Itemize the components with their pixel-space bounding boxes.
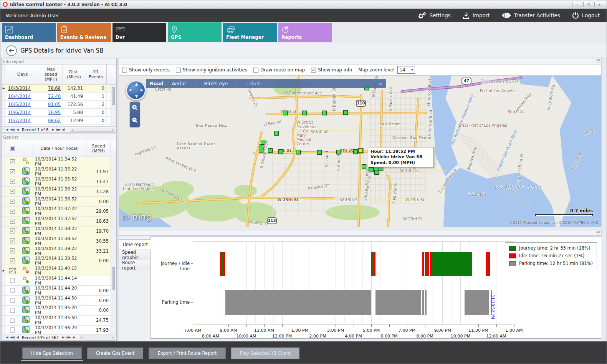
pager-prev-icon[interactable]: ◀: [17, 336, 18, 339]
map-maximize-icon[interactable]: [597, 60, 600, 63]
back-button[interactable]: [6, 45, 17, 58]
tab-fleet[interactable]: Fleet Manager: [223, 23, 277, 42]
gps-marker[interactable]: [343, 110, 348, 115]
pager-prev-icon[interactable]: ◀◀: [10, 336, 14, 339]
max-speed-link[interactable]: 81.05: [48, 102, 61, 107]
column-header-date[interactable]: Date / hour (local): [33, 140, 86, 157]
map-mode-aerial[interactable]: Aerial: [172, 81, 186, 86]
pager-hscrollbar[interactable]: ◀▶: [80, 336, 115, 339]
checkbox[interactable]: ✓: [311, 68, 316, 73]
chart-tab-time-report[interactable]: Time report: [119, 239, 151, 250]
map-option-show-only-ignition-activities[interactable]: Show only ignition activities: [176, 67, 247, 73]
table-row[interactable]: 10/7/201468.6212.990: [2, 117, 116, 125]
map-mode-bird-s-eye[interactable]: Bird's eye: [204, 81, 228, 86]
checkbox[interactable]: [176, 68, 181, 73]
gps-row[interactable]: ✓10/3/2014 11:37:22 PM29.05: [2, 207, 116, 217]
hide-gps-selection-button[interactable]: Hide Gps Selection: [22, 347, 82, 359]
gps-marker[interactable]: [268, 148, 273, 153]
gps-marker[interactable]: [259, 148, 263, 152]
pager-next-icon[interactable]: ▶: [62, 336, 64, 339]
import-button[interactable]: Import: [462, 12, 490, 19]
day-link[interactable]: 10/3/2014: [8, 86, 31, 91]
info-report-scrollbar[interactable]: [111, 84, 116, 126]
gps-row[interactable]: ✓10/3/2014 11:38:22 PM19.70: [2, 227, 116, 237]
row-checkbox[interactable]: [10, 278, 15, 283]
gps-marker[interactable]: [317, 150, 322, 155]
row-checkbox[interactable]: ✓: [10, 179, 15, 184]
map-collapse-icon[interactable]: «: [379, 81, 382, 86]
gps-row[interactable]: 10/3/2014 11:44:20 PM0.00: [2, 286, 116, 296]
gps-row[interactable]: 10/3/2014 11:46:20 PM17.93: [2, 326, 116, 334]
gps-marker[interactable]: [336, 150, 341, 154]
column-header-1[interactable]: Days: [6, 65, 39, 84]
max-speed-link[interactable]: 72.40: [48, 94, 61, 99]
column-header-3[interactable]: Dist. (Miles): [63, 65, 85, 84]
pager-prev-icon[interactable]: ◀◀: [10, 128, 14, 131]
row-checkbox[interactable]: [10, 328, 15, 333]
map-compass-control[interactable]: ▲ ▼ ◀ ▶: [126, 80, 146, 100]
row-checkbox[interactable]: ✓: [10, 169, 15, 174]
gps-row[interactable]: ✓10/3/2014 11:38:52 PM30.55: [2, 236, 116, 246]
maximize-button[interactable]: □: [583, 2, 593, 7]
gps-row[interactable]: ✓10/3/2014 11:37:52 PM18.63: [2, 217, 116, 227]
tab-dvr[interactable]: Dvr: [112, 23, 166, 42]
pager-next-icon[interactable]: ▶▶: [66, 336, 70, 339]
column-header-2[interactable]: Max speed (MPH): [39, 65, 63, 84]
gps-row[interactable]: 10/3/2014 11:44:50 PM0.00: [2, 296, 116, 306]
chart-maximize-icon[interactable]: [597, 232, 600, 235]
gps-marker[interactable]: [283, 111, 288, 115]
column-header-4[interactable]: X1 Events: [85, 65, 107, 84]
map-mode-labels[interactable]: Labels: [246, 81, 261, 86]
max-speed-link[interactable]: 76.95: [48, 110, 61, 115]
gps-row[interactable]: 10/3/2014 11:44:14 PM: [2, 276, 116, 286]
chart-tab-speed-graphic[interactable]: Speed graphic: [119, 250, 150, 260]
row-checkbox[interactable]: ✓: [10, 268, 15, 273]
map-option-draw-route-on-map[interactable]: Draw route on map: [253, 67, 305, 73]
gps-row[interactable]: 10/3/2014 11:45:50 PM24.75: [2, 316, 116, 326]
gps-row[interactable]: ✓10/3/2014 11:36:52 PM0.00: [2, 197, 116, 207]
pager-prev-icon[interactable]: ▏◀: [4, 128, 8, 131]
gps-row[interactable]: ✓10/3/2014 11:39:22 PM33.21: [2, 246, 116, 256]
gps-row[interactable]: ▶✓10/3/2014 11:40:15 PM: [2, 266, 116, 276]
gps-marker[interactable]: [296, 150, 301, 154]
row-checkbox[interactable]: ✓: [10, 159, 15, 164]
table-row[interactable]: 10/6/201476.955.880: [2, 109, 116, 117]
time-cursor[interactable]: [490, 242, 490, 325]
map-mode-road[interactable]: Road: [150, 81, 164, 86]
close-button[interactable]: ×: [594, 2, 604, 7]
tab-dashboard[interactable]: Dashboard: [2, 23, 56, 42]
column-header-speed[interactable]: Speed (MPH): [86, 140, 111, 157]
pager-hscrollbar[interactable]: ◀▶: [70, 128, 115, 132]
gps-marker[interactable]: [362, 164, 366, 169]
row-checkbox[interactable]: ✓: [10, 248, 15, 253]
create-gps-event-button[interactable]: Create Gps Event: [87, 347, 144, 359]
gps-row[interactable]: ✓10/3/2014 11:36:22 PM13.28: [2, 187, 116, 197]
gps-marker[interactable]: [261, 140, 265, 144]
gps-marker[interactable]: [302, 111, 307, 115]
pager-prev-icon[interactable]: ▏◀: [4, 336, 8, 339]
gps-marker[interactable]: [353, 149, 358, 154]
table-row[interactable]: 10/4/201472.4041.491: [2, 93, 116, 101]
day-link[interactable]: 10/4/2014: [8, 94, 31, 99]
row-checkbox[interactable]: ✓: [10, 199, 15, 204]
map-zoom-level-select[interactable]: 14▼: [397, 66, 415, 74]
gps-marker[interactable]: [278, 149, 283, 154]
row-checkbox[interactable]: [10, 308, 15, 313]
minimize-button[interactable]: –: [572, 2, 582, 7]
gps-row[interactable]: ✓10/3/2014 11:34:52 PM: [2, 157, 116, 167]
checkbox[interactable]: [253, 68, 258, 73]
tab-gps[interactable]: GPS: [168, 23, 222, 42]
day-link[interactable]: 10/5/2014: [8, 102, 31, 107]
day-link[interactable]: 10/6/2014: [8, 110, 31, 115]
select-all-header[interactable]: [6, 140, 19, 157]
selected-gps-marker[interactable]: [358, 148, 363, 153]
day-link[interactable]: 10/7/2014: [8, 118, 31, 123]
table-row[interactable]: ▶10/3/201478.68142.310: [2, 84, 116, 93]
row-checkbox[interactable]: [10, 288, 15, 293]
gps-row[interactable]: ✓10/3/2014 11:35:52 PM11.47: [2, 177, 116, 187]
tab-reports[interactable]: Reports: [278, 23, 332, 42]
pager-next-icon[interactable]: ▶: [52, 128, 54, 131]
chart-tab-route-report[interactable]: Route report: [119, 260, 150, 270]
map-canvas[interactable]: ▲ ▼ ◀ ▶ RoadAerial|Bird's eye|Labels« Ho…: [119, 76, 602, 227]
settings-button[interactable]: Settings: [417, 12, 450, 19]
